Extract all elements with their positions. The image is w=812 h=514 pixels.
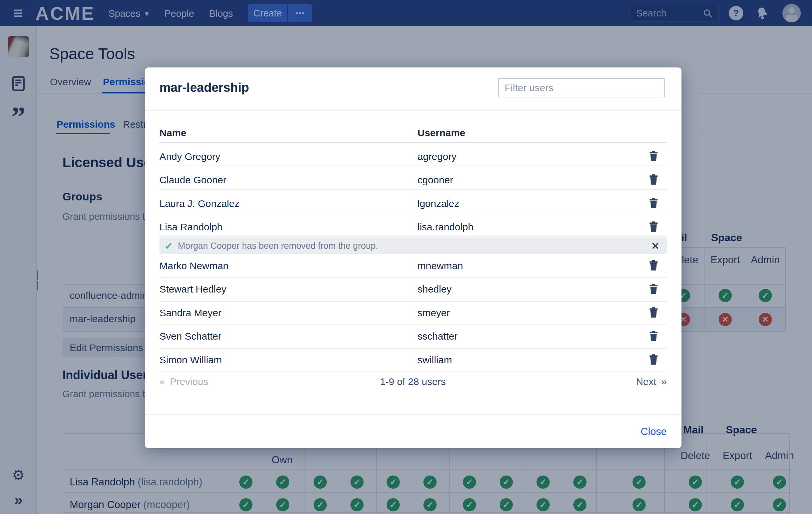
member-name: Andy Gregory xyxy=(160,151,220,162)
pagination-summary: 1-9 of 28 users xyxy=(380,376,446,387)
group-members-dialog: mar-leadership Name Username Andy Gregor… xyxy=(145,67,682,448)
member-name: Sven Schatter xyxy=(160,331,221,342)
dismiss-notice-icon[interactable]: ✕ xyxy=(651,240,660,252)
filter-users-input[interactable] xyxy=(498,78,665,98)
remove-member-trash-icon[interactable] xyxy=(648,197,659,210)
col-header-username: Username xyxy=(417,127,465,138)
member-username: smeyer xyxy=(417,307,450,319)
screen: ACME Spaces▼ People Blogs Create ••• ? xyxy=(0,0,812,514)
member-name: Laura J. Gonzalez xyxy=(160,198,239,209)
remove-member-trash-icon[interactable] xyxy=(648,260,659,272)
remove-member-trash-icon[interactable] xyxy=(648,283,659,296)
close-dialog-link[interactable]: Close xyxy=(641,426,667,438)
member-name: Simon William xyxy=(160,354,222,366)
success-check-icon: ✓ xyxy=(165,240,173,252)
remove-member-trash-icon[interactable] xyxy=(648,354,659,367)
remove-member-trash-icon[interactable] xyxy=(648,330,659,343)
member-username: lisa.randolph xyxy=(417,221,473,233)
member-username: shedley xyxy=(417,283,452,295)
member-name: Claude Gooner xyxy=(160,174,226,186)
col-header-name: Name xyxy=(160,127,186,138)
notice-message: Morgan Cooper has been removed from the … xyxy=(178,241,378,251)
member-username: mnewman xyxy=(417,260,463,271)
remove-member-trash-icon[interactable] xyxy=(648,307,659,320)
member-username: lgonzalez xyxy=(417,198,459,209)
remove-member-trash-icon[interactable] xyxy=(648,174,659,187)
member-name: Lisa Randolph xyxy=(160,221,223,233)
member-username: swilliam xyxy=(417,354,452,366)
member-name: Stewart Hedley xyxy=(160,283,226,295)
member-username: cgooner xyxy=(417,174,453,186)
remove-member-trash-icon[interactable] xyxy=(648,151,659,163)
pagination-previous[interactable]: Previous xyxy=(160,376,208,387)
member-name: Marko Newman xyxy=(160,260,229,271)
dialog-title: mar-leadership xyxy=(160,81,249,95)
member-username: sschatter xyxy=(417,331,458,342)
remove-member-trash-icon[interactable] xyxy=(648,221,659,234)
member-name: Sandra Meyer xyxy=(160,307,221,319)
member-username: agregory xyxy=(417,151,456,162)
pagination-next[interactable]: Next xyxy=(636,376,667,387)
removal-success-banner: ✓ Morgan Cooper has been removed from th… xyxy=(160,238,667,254)
